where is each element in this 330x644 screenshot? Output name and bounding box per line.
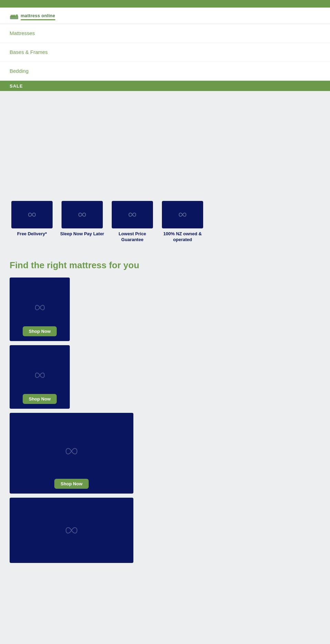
feature-icon-nz-owned <box>176 211 189 219</box>
nav-link-mattresses[interactable]: Mattresses <box>10 30 35 36</box>
svg-rect-1 <box>11 15 15 17</box>
shop-now-button-1[interactable]: Shop Now <box>23 326 57 336</box>
nav-item-bases-frames[interactable]: Bases & Frames <box>0 43 330 62</box>
feature-icon-sleep-now <box>75 211 89 219</box>
nav-item-bedding[interactable]: Bedding <box>0 62 330 81</box>
feature-image-lowest-price <box>112 201 153 228</box>
product-card-2: Shop Now <box>10 345 70 409</box>
feature-icon-lowest-price <box>125 211 139 219</box>
feature-label-sleep-now: Sleep Now Pay Later <box>60 231 104 237</box>
feature-icon-free-delivery <box>25 211 39 219</box>
feature-item-lowest-price: Lowest Price Guarantee <box>110 201 155 243</box>
sale-label: SALE <box>10 83 23 89</box>
top-bar <box>0 0 330 8</box>
product-icon-2 <box>31 370 48 381</box>
product-icon-1 <box>31 303 48 313</box>
features-grid: Free Delivery* Sleep Now Pay Later Lowes… <box>10 201 320 243</box>
logo-icon <box>10 13 19 20</box>
svg-point-2 <box>16 14 18 16</box>
features-section: Free Delivery* Sleep Now Pay Later Lowes… <box>0 194 330 253</box>
find-title: Find the right mattress for you <box>10 260 320 271</box>
feature-item-free-delivery: Free Delivery* <box>10 201 54 243</box>
logo-underline <box>21 19 55 20</box>
feature-item-sleep-now: Sleep Now Pay Later <box>60 201 104 243</box>
feature-label-lowest-price: Lowest Price Guarantee <box>110 231 155 243</box>
nav-link-bedding[interactable]: Bedding <box>10 68 29 74</box>
logo-area[interactable]: mattress online <box>10 12 320 20</box>
feature-image-nz-owned <box>162 201 203 228</box>
feature-image-free-delivery <box>11 201 53 228</box>
sale-bar[interactable]: SALE <box>0 81 330 91</box>
nav-link-bases-frames[interactable]: Bases & Frames <box>10 49 48 55</box>
header: mattress online <box>0 8 330 24</box>
product-icon-4 <box>61 524 82 536</box>
hero-banner <box>0 91 330 194</box>
product-card-1: Shop Now <box>10 278 70 341</box>
product-icon-3 <box>61 445 82 457</box>
find-section: Find the right mattress for you Shop Now… <box>0 253 330 577</box>
product-card-3: Shop Now <box>10 413 133 494</box>
shop-now-button-2[interactable]: Shop Now <box>23 394 57 404</box>
product-card-4 <box>10 498 133 563</box>
shop-now-button-3[interactable]: Shop Now <box>54 479 89 489</box>
feature-image-sleep-now <box>62 201 103 228</box>
nav-item-mattresses[interactable]: Mattresses <box>0 24 330 43</box>
feature-label-free-delivery: Free Delivery* <box>17 231 47 237</box>
feature-item-nz-owned: 100% NZ owned & operated <box>160 201 205 243</box>
logo-text: mattress online <box>21 13 55 18</box>
feature-label-nz-owned: 100% NZ owned & operated <box>160 231 205 243</box>
